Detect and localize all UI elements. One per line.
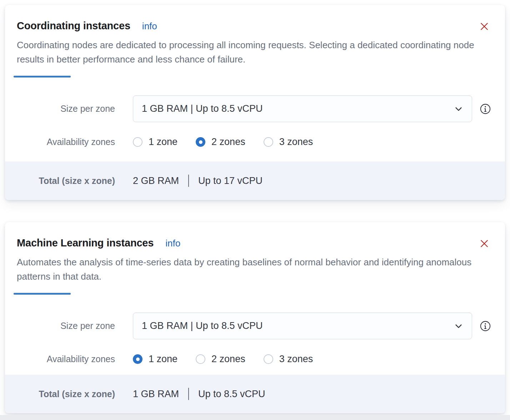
card-description: Automates the analysis of time-series da…: [17, 255, 485, 284]
close-button[interactable]: [479, 21, 489, 31]
form-area: Size per zone 1 GB RAM | Up to 8.5 vCPU: [5, 95, 505, 148]
size-per-zone-value: 1 GB RAM | Up to 8.5 vCPU: [142, 320, 263, 331]
card-header: Coordinating instances info Coordinating…: [5, 5, 505, 66]
radio-circle[interactable]: [264, 354, 273, 364]
title-row: Machine Learning instances info: [17, 236, 491, 249]
size-per-zone-label: Size per zone: [5, 104, 115, 114]
total-label: Total (size x zone): [5, 176, 115, 186]
info-circle-icon[interactable]: [480, 321, 491, 331]
total-divider: [188, 388, 189, 400]
radio-option-2-zones[interactable]: 2 zones: [196, 354, 245, 365]
close-icon: [479, 239, 489, 249]
card-header: Machine Learning instances info Automate…: [5, 222, 505, 284]
availability-zones-label: Availability zones: [5, 137, 115, 147]
radio-option-2-zones[interactable]: 2 zones: [196, 136, 245, 148]
total-value: 2 GB RAM Up to 17 vCPU: [133, 175, 262, 187]
size-per-zone-select[interactable]: 1 GB RAM | Up to 8.5 vCPU: [133, 95, 472, 122]
chevron-down-icon: [454, 104, 463, 114]
radio-label: 2 zones: [211, 354, 245, 365]
total-cpu-value: Up to 8.5 vCPU: [198, 389, 265, 400]
size-per-zone-label: Size per zone: [5, 321, 115, 331]
size-per-zone-row: Size per zone 1 GB RAM | Up to 8.5 vCPU: [5, 95, 505, 122]
total-value: 1 GB RAM Up to 8.5 vCPU: [133, 388, 265, 400]
card-machine-learning-instances: Machine Learning instances info Automate…: [5, 222, 505, 413]
card-coordinating-instances: Coordinating instances info Coordinating…: [5, 5, 505, 200]
radio-circle[interactable]: [264, 137, 273, 147]
availability-zones-label: Availability zones: [5, 354, 115, 364]
radio-circle[interactable]: [196, 137, 205, 147]
close-button[interactable]: [479, 239, 489, 249]
size-per-zone-row: Size per zone 1 GB RAM | Up to 8.5 vCPU: [5, 312, 505, 339]
availability-zones-row: Availability zones 1 zone 2 zones 3 zone…: [5, 354, 505, 365]
radio-label: 2 zones: [211, 136, 245, 148]
total-label: Total (size x zone): [5, 389, 115, 399]
card-title: Coordinating instances: [17, 19, 130, 32]
radio-option-1-zone[interactable]: 1 zone: [133, 354, 178, 365]
radio-label: 3 zones: [279, 354, 313, 365]
info-link[interactable]: info: [142, 21, 157, 32]
radio-option-1-zone[interactable]: 1 zone: [133, 136, 178, 148]
info-circle-icon[interactable]: [480, 104, 491, 114]
card-title: Machine Learning instances: [17, 236, 154, 249]
availability-zones-radio-group: 1 zone 2 zones 3 zones: [133, 354, 313, 365]
form-area: Size per zone 1 GB RAM | Up to 8.5 vCPU: [5, 312, 505, 365]
card-description: Coordinating nodes are dedicated to proc…: [17, 38, 485, 66]
radio-circle[interactable]: [133, 354, 142, 364]
total-footer: Total (size x zone) 1 GB RAM Up to 8.5 v…: [5, 375, 505, 413]
radio-option-3-zones[interactable]: 3 zones: [264, 136, 313, 148]
radio-label: 1 zone: [149, 136, 178, 148]
accent-bar: [14, 293, 71, 295]
accent-bar: [14, 76, 71, 78]
chevron-down-icon: [454, 321, 463, 331]
radio-circle[interactable]: [196, 354, 205, 364]
title-row: Coordinating instances info: [17, 19, 491, 32]
close-icon: [479, 21, 489, 31]
availability-zones-radio-group: 1 zone 2 zones 3 zones: [133, 136, 313, 148]
total-ram-value: 2 GB RAM: [133, 175, 179, 186]
total-cpu-value: Up to 17 vCPU: [198, 175, 262, 186]
availability-zones-row: Availability zones 1 zone 2 zones 3 zone…: [5, 136, 505, 148]
size-per-zone-select[interactable]: 1 GB RAM | Up to 8.5 vCPU: [133, 312, 472, 339]
radio-option-3-zones[interactable]: 3 zones: [264, 354, 313, 365]
bottom-strip: [0, 415, 510, 420]
info-link[interactable]: info: [165, 238, 180, 249]
radio-circle[interactable]: [133, 137, 142, 147]
total-ram-value: 1 GB RAM: [133, 389, 179, 400]
total-footer: Total (size x zone) 2 GB RAM Up to 17 vC…: [5, 161, 505, 200]
total-divider: [188, 175, 189, 187]
radio-label: 3 zones: [279, 136, 313, 148]
size-per-zone-value: 1 GB RAM | Up to 8.5 vCPU: [142, 103, 263, 114]
radio-label: 1 zone: [149, 354, 178, 365]
